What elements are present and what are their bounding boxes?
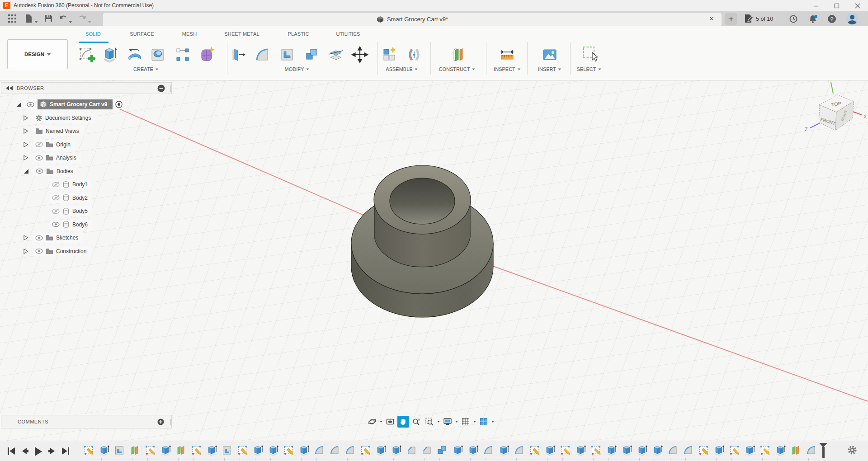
timeline-feature-sketch-icon[interactable] [283, 444, 294, 456]
grid-display-caret[interactable] [473, 421, 476, 423]
timeline-feature-sketch-icon[interactable] [698, 444, 709, 456]
panel-collapse-circle-icon[interactable] [157, 85, 165, 92]
browser-item-analysis[interactable]: Analysis [0, 153, 81, 163]
timeline-feature-sketch-icon[interactable] [728, 444, 740, 456]
timeline-feature-extrude-icon[interactable] [452, 444, 463, 456]
timeline-feature-sketch-icon[interactable] [759, 444, 771, 456]
group-insert[interactable]: INSERT [538, 66, 561, 72]
shell-icon[interactable] [277, 45, 297, 65]
timeline-feature-extrude-icon[interactable] [575, 444, 586, 456]
display-settings-caret[interactable] [455, 421, 458, 423]
zoom-window-icon[interactable] [424, 416, 435, 428]
browser-item-sketches[interactable]: Sketches [0, 233, 83, 243]
new-tab-button[interactable]: + [725, 13, 737, 25]
create-sketch-icon[interactable] [76, 45, 96, 65]
collapsed-arrow-icon[interactable] [24, 115, 28, 121]
help-icon[interactable]: ? [827, 14, 835, 23]
timeline-feature-extrude-icon[interactable] [390, 444, 402, 456]
timeline-feature-plane-icon[interactable] [129, 444, 141, 456]
browser-item-body5[interactable]: Body5 [0, 206, 92, 216]
group-assemble[interactable]: ASSEMBLE [386, 66, 418, 72]
timeline-feature-plane-icon[interactable] [790, 444, 802, 456]
timeline-feature-fillet-icon[interactable] [513, 444, 525, 456]
timeline-feature-extrude-icon[interactable] [651, 444, 663, 456]
timeline-feature-extrude-icon[interactable] [298, 444, 310, 456]
insert-canvas-icon[interactable] [540, 45, 560, 65]
move-copy-icon[interactable] [350, 45, 370, 65]
zoom-icon[interactable] [410, 416, 422, 428]
look-at-icon[interactable] [384, 416, 396, 428]
fillet-icon[interactable] [252, 45, 272, 65]
timeline-play-icon[interactable] [33, 446, 42, 456]
group-construct[interactable]: CONSTRUCT [439, 66, 475, 72]
minimize-button[interactable] [806, 0, 826, 11]
browser-item-origin[interactable]: Origin [0, 140, 75, 150]
revolve-icon[interactable] [125, 45, 145, 65]
panel-grip[interactable] [170, 85, 171, 92]
timeline-go-to-end-icon[interactable] [61, 446, 71, 456]
document-tab[interactable]: Smart Grocery Cart v9* ✕ [103, 13, 722, 26]
timeline-step-back-icon[interactable] [20, 446, 30, 456]
rectangular-pattern-icon[interactable] [173, 45, 193, 65]
timeline-feature-fillet-icon[interactable] [344, 444, 356, 456]
undo-icon[interactable] [59, 14, 67, 23]
new-component-icon[interactable] [379, 45, 399, 65]
timeline-feature-fillet-icon[interactable] [313, 444, 325, 456]
browser-item-body2[interactable]: Body2 [0, 193, 92, 203]
visibility-off-icon[interactable] [52, 195, 60, 201]
tab-solid[interactable]: SOLID [85, 31, 101, 37]
maximize-button[interactable] [826, 0, 847, 11]
undo-caret[interactable] [69, 17, 77, 25]
timeline-feature-extrude-icon[interactable] [160, 444, 171, 456]
grid-display-icon[interactable] [460, 416, 472, 428]
timeline-settings-gear-icon[interactable] [847, 445, 857, 455]
timeline-feature-extrude-icon[interactable] [98, 444, 110, 456]
extrude-icon[interactable] [99, 45, 119, 65]
measure-icon[interactable] [497, 45, 517, 65]
root-node[interactable]: Smart Grocery Cart v9 [38, 99, 113, 109]
timeline-feature-extrude-icon[interactable] [467, 444, 479, 456]
timeline-feature-fillet-icon[interactable] [667, 444, 679, 456]
tab-mesh[interactable]: MESH [182, 31, 197, 37]
group-modify[interactable]: MODIFY [285, 66, 310, 72]
comments-bar[interactable]: COMMENTS [1, 415, 172, 428]
orbit-icon[interactable] [366, 416, 378, 428]
collapsed-arrow-icon[interactable] [24, 155, 28, 160]
orbit-caret[interactable] [380, 421, 382, 423]
visibility-on-icon[interactable] [35, 249, 43, 254]
visibility-off-icon[interactable] [52, 208, 60, 214]
visibility-on-icon[interactable] [36, 169, 43, 174]
save-icon[interactable] [44, 14, 52, 23]
visibility-on-icon[interactable] [35, 235, 43, 240]
timeline-feature-extrude-icon[interactable] [744, 444, 755, 456]
redo-icon[interactable] [78, 14, 86, 23]
browser-item-body1[interactable]: Body1 [0, 179, 92, 189]
timeline-feature-chamfer-icon[interactable] [421, 444, 433, 456]
timeline-feature-shell-icon[interactable] [113, 444, 125, 456]
zoom-window-caret[interactable] [437, 421, 440, 423]
timeline-feature-fillet-icon[interactable] [682, 444, 694, 456]
timeline-feature-extrude-icon[interactable] [498, 444, 509, 456]
timeline-feature-chamfer-icon[interactable] [406, 444, 417, 456]
expand-comments-icon[interactable] [157, 419, 164, 425]
timeline-feature-combine-icon[interactable] [436, 444, 448, 456]
timeline-feature-extrude-icon[interactable] [621, 444, 632, 456]
tab-sheet-metal[interactable]: SHEET METAL [224, 31, 259, 37]
timeline-feature-sketch-icon[interactable] [590, 444, 602, 456]
timeline-feature-extrude-icon[interactable] [206, 444, 217, 456]
group-select[interactable]: SELECT [577, 66, 602, 72]
visibility-eye-icon[interactable] [24, 99, 37, 109]
timeline-feature-sketch-icon[interactable] [359, 444, 371, 456]
hole-icon[interactable] [148, 45, 168, 65]
tab-utilities[interactable]: UTILITIES [336, 31, 360, 37]
expanded-arrow-icon[interactable] [16, 102, 22, 107]
tab-plastic[interactable]: PLASTIC [288, 31, 309, 37]
group-create[interactable]: CREATE [133, 66, 159, 72]
browser-item-document-settings[interactable]: Document Settings [0, 113, 95, 123]
app-grid-icon[interactable] [8, 14, 16, 23]
browser-item-construction[interactable]: Construction [0, 246, 91, 256]
pan-icon[interactable] [397, 416, 409, 428]
document-tab-close-icon[interactable]: ✕ [708, 15, 715, 23]
timeline-feature-extrude-icon[interactable] [636, 444, 648, 456]
timeline-feature-extrude-icon[interactable] [605, 444, 617, 456]
